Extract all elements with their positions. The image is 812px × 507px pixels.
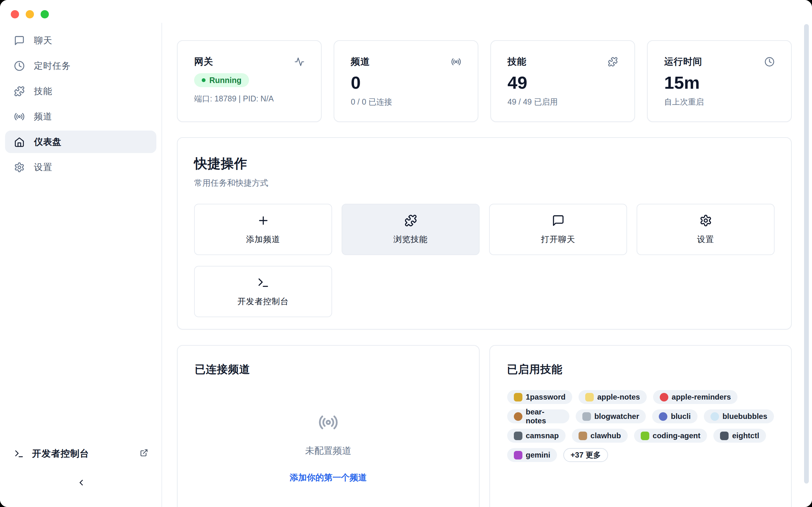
- quick-actions-grid: 添加频道 浏览技能 打开聊天 设置: [194, 204, 774, 317]
- sidebar-item-dashboard[interactable]: 仪表盘: [5, 130, 156, 153]
- skill-chip-bear-notes[interactable]: bear-notes: [507, 409, 569, 424]
- scrollbar-thumb[interactable]: [804, 24, 809, 484]
- control-knobs-emoji-icon: [720, 432, 728, 440]
- gemini-emoji-icon: [514, 451, 522, 459]
- chat-bubble-icon: [552, 214, 565, 227]
- developer-console-label: 开发者控制台: [32, 447, 89, 460]
- memo-emoji-icon: [585, 393, 594, 401]
- chip-row: 1password apple-notes apple-reminders: [507, 390, 774, 404]
- stat-value: 0: [351, 74, 461, 92]
- stat-card-uptime: 运行时间 15m 自上次重启: [647, 40, 792, 122]
- gear-icon: [14, 162, 25, 173]
- skill-chip-coding-agent[interactable]: coding-agent: [634, 429, 707, 443]
- status-badge: Running: [194, 73, 249, 87]
- radio-icon: [451, 57, 461, 67]
- quick-actions-subtitle: 常用任务和快捷方式: [194, 177, 774, 188]
- stat-detail: 端口: 18789 | PID: N/A: [194, 94, 305, 104]
- alarm-clock-emoji-icon: [660, 393, 668, 401]
- channels-empty-state: 未配置频道 添加你的第一个频道: [195, 412, 462, 483]
- sidebar-item-settings[interactable]: 设置: [5, 156, 156, 178]
- chevron-left-icon[interactable]: [77, 478, 86, 487]
- add-first-channel-link[interactable]: 添加你的第一个频道: [290, 472, 367, 483]
- sidebar-item-label: 定时任务: [34, 60, 71, 72]
- skill-chip-eightctl[interactable]: eightctl: [713, 429, 766, 443]
- open-chat-button[interactable]: 打开聊天: [489, 204, 627, 255]
- sidebar-item-label: 技能: [34, 85, 52, 97]
- quick-actions-section: 快捷操作 常用任务和快捷方式 添加频道 浏览技能 打开聊天: [177, 137, 792, 330]
- add-channel-button[interactable]: 添加频道: [194, 204, 332, 255]
- home-icon: [14, 136, 25, 147]
- main-content: 网关 Running 端口: 18789 | PID: N/A 频道 0: [163, 23, 812, 507]
- developer-console-button[interactable]: 开发者控制台: [194, 266, 332, 317]
- stat-title: 频道: [351, 55, 370, 68]
- chip-row: bear-notes blogwatcher blucli bluebubble…: [507, 409, 774, 424]
- stat-title: 技能: [507, 55, 526, 68]
- sidebar-item-skills[interactable]: 技能: [5, 80, 156, 102]
- settings-button[interactable]: 设置: [637, 204, 774, 255]
- stat-card-skills: 技能 49 49 / 49 已启用: [490, 40, 635, 122]
- skill-chip-blogwatcher[interactable]: blogwatcher: [576, 409, 646, 424]
- minimize-button[interactable]: [26, 10, 34, 18]
- stat-detail: 0 / 0 已连接: [351, 97, 461, 107]
- skill-chip-gemini[interactable]: gemini: [507, 448, 557, 462]
- stat-value: 49: [507, 74, 618, 92]
- stats-row: 网关 Running 端口: 18789 | PID: N/A 频道 0: [177, 40, 792, 122]
- chip-row: gemini +37 更多: [507, 448, 774, 462]
- sidebar-item-label: 设置: [34, 161, 52, 173]
- radio-icon: [318, 412, 339, 433]
- stat-value: 15m: [664, 74, 774, 92]
- skill-chip-bluebubbles[interactable]: bluebubbles: [704, 409, 774, 424]
- close-button[interactable]: [11, 10, 19, 18]
- stat-title: 运行时间: [664, 55, 702, 68]
- sidebar-item-label: 聊天: [34, 35, 52, 47]
- stat-title: 网关: [194, 55, 213, 68]
- connected-channels-title: 已连接频道: [195, 362, 462, 377]
- blueberries-emoji-icon: [659, 412, 667, 421]
- radio-icon: [14, 111, 25, 122]
- newspaper-emoji-icon: [582, 412, 591, 421]
- developer-console-button[interactable]: 开发者控制台: [14, 447, 89, 460]
- terminal-icon: [14, 449, 24, 459]
- external-link-icon[interactable]: [140, 449, 148, 457]
- puzzle-icon: [608, 57, 618, 67]
- skill-chip-blucli[interactable]: blucli: [652, 409, 698, 424]
- clock-icon: [764, 57, 774, 67]
- app-window: 聊天 定时任务 技能 频道 仪表盘 设置: [0, 0, 812, 507]
- sidebar: 聊天 定时任务 技能 频道 仪表盘 设置: [0, 23, 162, 507]
- chat-bubble-icon: [14, 35, 25, 46]
- zoom-button[interactable]: [41, 10, 49, 18]
- more-skills-button[interactable]: +37 更多: [563, 448, 608, 462]
- gear-icon: [699, 214, 712, 227]
- quick-actions-title: 快捷操作: [194, 155, 774, 172]
- empty-state-text: 未配置频道: [305, 445, 351, 457]
- skill-chip-camsnap[interactable]: camsnap: [507, 429, 565, 443]
- camera-flash-emoji-icon: [514, 432, 522, 440]
- stat-detail: 49 / 49 已启用: [507, 97, 618, 107]
- connected-channels-panel: 已连接频道 未配置频道 添加你的第一个频道: [177, 345, 479, 507]
- sidebar-item-chat[interactable]: 聊天: [5, 29, 156, 52]
- plus-icon: [257, 214, 270, 227]
- enabled-skills-panel: 已启用技能 1password apple-notes apple-remind…: [490, 345, 792, 507]
- clock-icon: [14, 60, 25, 71]
- terminal-icon: [257, 276, 270, 289]
- browse-skills-button[interactable]: 浏览技能: [342, 204, 479, 255]
- skill-chips: 1password apple-notes apple-reminders be…: [507, 390, 774, 462]
- sidebar-nav: 聊天 定时任务 技能 频道 仪表盘 设置: [0, 23, 161, 178]
- skill-chip-apple-notes[interactable]: apple-notes: [578, 390, 647, 404]
- puzzle-piece-emoji-icon: [641, 432, 649, 440]
- titlebar: [0, 0, 812, 23]
- skill-chip-apple-reminders[interactable]: apple-reminders: [653, 390, 738, 404]
- bubbles-emoji-icon: [711, 412, 719, 421]
- stat-card-gateway: 网关 Running 端口: 18789 | PID: N/A: [177, 40, 322, 122]
- skill-chip-1password[interactable]: 1password: [507, 390, 572, 404]
- lock-with-key-emoji-icon: [514, 393, 522, 401]
- bear-emoji-icon: [514, 412, 522, 421]
- sidebar-item-scheduled-tasks[interactable]: 定时任务: [5, 55, 156, 77]
- skill-chip-clawhub[interactable]: clawhub: [572, 429, 628, 443]
- puzzle-icon: [404, 214, 417, 227]
- stat-card-channels: 频道 0 0 / 0 已连接: [334, 40, 478, 122]
- activity-icon: [294, 57, 305, 67]
- chip-row: camsnap clawhub coding-agent eightctl: [507, 429, 774, 443]
- sidebar-item-label: 仪表盘: [34, 136, 61, 148]
- sidebar-item-channels[interactable]: 频道: [5, 105, 156, 128]
